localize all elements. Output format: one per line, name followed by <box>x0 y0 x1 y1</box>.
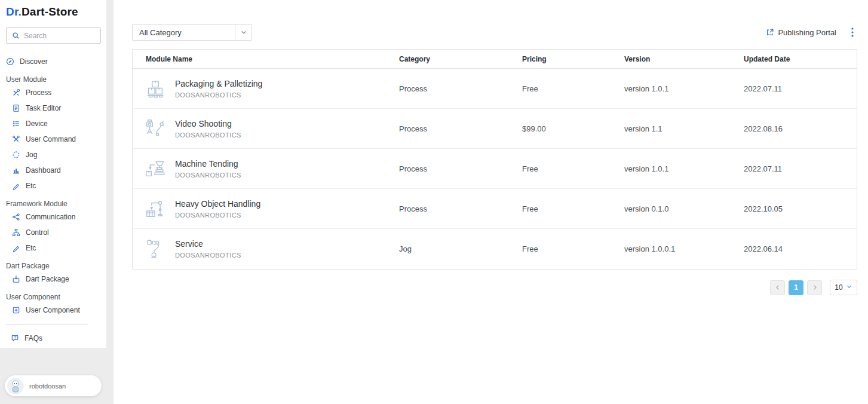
sidebar-item-control[interactable]: Control <box>0 225 106 240</box>
sidebar-item-device[interactable]: Device <box>0 116 106 131</box>
avatar <box>7 378 24 394</box>
module-name: Machine Tending <box>175 159 241 169</box>
sidebar-item-label: Dashboard <box>26 166 61 175</box>
sidebar-item-faqs[interactable]: ? FAQs <box>0 330 106 346</box>
column-header-pricing: Pricing <box>522 55 624 63</box>
sidebar-section-user-component: User Component <box>0 287 106 302</box>
next-page-button[interactable] <box>807 280 822 295</box>
module-icon-machine-tending <box>144 157 167 180</box>
sidebar-nav: Discover User ModuleProcessTask EditorDe… <box>0 54 106 346</box>
discover-icon <box>6 57 14 66</box>
table-row-video-shooting[interactable]: Video ShootingDOOSANROBOTICSProcess$99.0… <box>133 109 857 149</box>
chevron-down-icon[interactable] <box>235 25 251 40</box>
sidebar-item-communication[interactable]: Communication <box>0 209 106 225</box>
module-icon-packaging <box>144 77 167 100</box>
module-name-cell: Heavy Object HandlingDOOSANROBOTICS <box>133 197 399 220</box>
sidebar-item-etc[interactable]: Etc <box>0 240 106 256</box>
module-icon-service <box>144 238 167 261</box>
page-button-current[interactable]: 1 <box>789 280 803 295</box>
page-size-select[interactable]: 10 <box>830 280 857 295</box>
kebab-menu-icon[interactable] <box>848 26 857 38</box>
username: robotdoosan <box>29 382 66 390</box>
module-version: version 1.1 <box>624 124 744 133</box>
sidebar-section-framework-module: Framework Module <box>0 194 106 209</box>
search-box[interactable] <box>6 27 101 44</box>
module-pricing: Free <box>522 164 624 173</box>
module-publisher: DOOSANROBOTICS <box>175 212 260 219</box>
module-name: Video Shooting <box>175 119 241 128</box>
user-profile[interactable]: robotdoosan <box>5 375 102 396</box>
prev-page-button[interactable] <box>770 280 785 295</box>
module-version: version 1.0.0.1 <box>624 244 744 253</box>
module-category: Jog <box>399 244 522 253</box>
jog-icon <box>12 151 20 159</box>
sidebar-item-task-editor[interactable]: Task Editor <box>0 100 106 116</box>
sidebar-item-discover[interactable]: Discover <box>0 54 106 69</box>
module-pricing: Free <box>522 204 624 213</box>
table-row-packaging-palletizing[interactable]: Packaging & PalletizingDOOSANROBOTICSPro… <box>133 69 857 109</box>
module-name: Packaging & Palletizing <box>175 79 262 88</box>
module-icon-video-shooting <box>144 117 167 140</box>
sidebar-item-label: Communication <box>26 213 75 221</box>
task-editor-icon <box>12 104 20 112</box>
category-filter-select[interactable]: All Category <box>132 24 252 41</box>
sidebar-item-process[interactable]: Process <box>0 85 106 100</box>
module-pricing: Free <box>522 244 624 253</box>
column-header-updated-date: Updated Date <box>744 55 857 63</box>
chevron-down-icon <box>846 283 852 292</box>
sidebar-item-label: User Component <box>26 306 80 314</box>
control-icon <box>12 228 20 237</box>
module-publisher: DOOSANROBOTICS <box>175 131 241 139</box>
module-updated-date: 2022.06.14 <box>744 244 857 253</box>
module-name: Heavy Object Handling <box>175 199 260 209</box>
user-component-icon <box>12 306 20 314</box>
sidebar-item-label: Jog <box>26 151 37 159</box>
sidebar-section-dart-package: Dart Package <box>0 256 106 271</box>
column-header-version: Version <box>624 55 744 63</box>
search-icon <box>11 32 20 40</box>
module-updated-date: 2022.07.11 <box>744 164 857 173</box>
table-body: Packaging & PalletizingDOOSANROBOTICSPro… <box>133 69 857 269</box>
table-row-heavy-object-handling[interactable]: Heavy Object HandlingDOOSANROBOTICSProce… <box>133 189 857 229</box>
module-category: Process <box>399 124 522 133</box>
logo-store: -Store <box>45 5 78 18</box>
sidebar: Dr.Dart-Store Discover User ModuleProces… <box>0 0 114 404</box>
sidebar-item-label: Etc <box>26 182 36 190</box>
dashboard-icon <box>12 166 20 175</box>
search-input[interactable] <box>24 32 116 40</box>
module-name-cell: ServiceDOOSANROBOTICS <box>133 238 399 261</box>
sidebar-item-jog[interactable]: Jog <box>0 147 106 163</box>
device-icon <box>12 120 20 128</box>
sidebar-item-dart-package[interactable]: Dart Package <box>0 271 106 287</box>
sidebar-item-user-command[interactable]: User Command <box>0 131 106 147</box>
sidebar-item-etc[interactable]: Etc <box>0 178 106 194</box>
module-name: Service <box>175 239 241 249</box>
module-name-cell: Machine TendingDOOSANROBOTICS <box>133 157 399 180</box>
publishing-portal-label: Publishing Portal <box>778 28 836 37</box>
table-row-machine-tending[interactable]: Machine TendingDOOSANROBOTICSProcessFree… <box>133 149 857 189</box>
sidebar-section-user-module: User Module <box>0 69 106 85</box>
sidebar-item-label: User Command <box>26 135 76 143</box>
table-row-service[interactable]: ServiceDOOSANROBOTICSJogFreeversion 1.0.… <box>133 229 857 269</box>
module-updated-date: 2022.08.16 <box>744 124 857 133</box>
sidebar-item-dashboard[interactable]: Dashboard <box>0 163 106 178</box>
publishing-portal-link[interactable]: Publishing Portal <box>766 28 836 37</box>
module-name-cell: Packaging & PalletizingDOOSANROBOTICS <box>133 77 399 100</box>
module-version: version 1.0.1 <box>624 164 744 173</box>
pagination: 1 10 <box>766 280 857 295</box>
module-publisher: DOOSANROBOTICS <box>175 172 241 179</box>
module-updated-date: 2022.10.05 <box>744 204 857 213</box>
module-name-cell: Video ShootingDOOSANROBOTICS <box>133 117 399 140</box>
app-logo[interactable]: Dr.Dart-Store <box>0 0 106 19</box>
etc-icon <box>12 182 20 190</box>
module-updated-date: 2022.07.11 <box>744 84 857 93</box>
faqs-icon: ? <box>11 334 19 342</box>
sidebar-item-user-component[interactable]: User Component <box>0 302 106 318</box>
module-version: version 0.1.0 <box>624 204 744 213</box>
sidebar-item-label: Dart Package <box>26 275 69 283</box>
sidebar-sections: User ModuleProcessTask EditorDeviceUser … <box>0 69 106 318</box>
logo-dr: Dr. <box>6 5 22 18</box>
toolbar: All Category Publishing Portal <box>132 24 857 41</box>
module-publisher: DOOSANROBOTICS <box>175 91 262 99</box>
column-header-category: Category <box>399 55 522 63</box>
